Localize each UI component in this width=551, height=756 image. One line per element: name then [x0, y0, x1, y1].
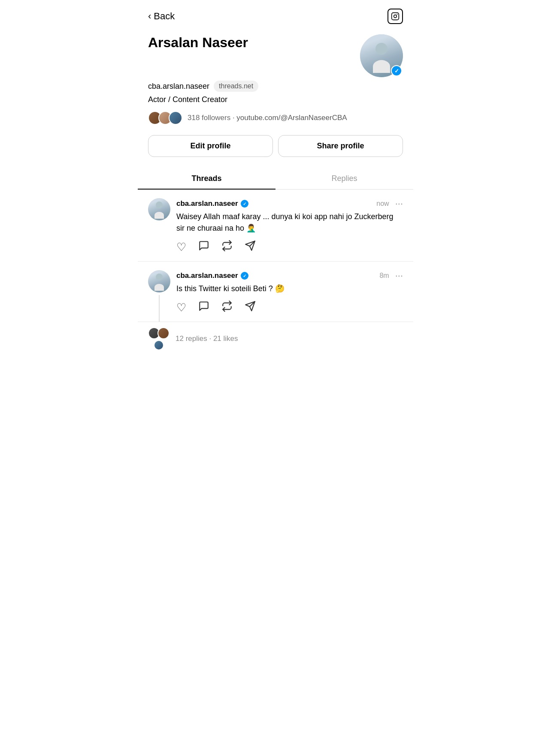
- post-content-1: cba.arslan.naseer ✓ now ··· Waisey Allah…: [176, 198, 403, 261]
- edit-profile-button[interactable]: Edit profile: [148, 135, 273, 157]
- chevron-left-icon: ‹: [148, 11, 151, 22]
- post-verified-check-2: ✓: [243, 274, 246, 278]
- thread-line-2: [159, 295, 160, 322]
- followers-count: 318 followers · youtube.com/@ArslanNasee…: [188, 114, 347, 122]
- post-more-button-2[interactable]: ···: [395, 270, 403, 281]
- thread-post-2: cba.arslan.naseer ✓ 8m ··· Is this Twitt…: [138, 262, 413, 322]
- post-more-button-1[interactable]: ···: [395, 198, 403, 209]
- reply-avatars-row-bottom: [154, 340, 164, 350]
- post-content-2: cba.arslan.naseer ✓ 8m ··· Is this Twitt…: [176, 270, 403, 322]
- post-username-row-2: cba.arslan.naseer ✓: [176, 271, 248, 280]
- send-icon-1[interactable]: [245, 240, 256, 254]
- verified-check-icon: ✓: [394, 68, 399, 74]
- post-meta-1: cba.arslan.naseer ✓ now ···: [176, 198, 403, 209]
- post-verified-badge-1: ✓: [241, 200, 248, 208]
- post-avatar-col-1: [148, 198, 170, 261]
- post-verified-check-1: ✓: [243, 202, 246, 206]
- svg-point-2: [397, 14, 398, 15]
- post-actions-2: ♡: [176, 301, 403, 322]
- youtube-link[interactable]: youtube.com/@ArslanNaseerCBA: [236, 114, 347, 122]
- repost-icon-1[interactable]: [221, 240, 233, 254]
- share-profile-button[interactable]: Share profile: [278, 135, 403, 157]
- followers-row: 318 followers · youtube.com/@ArslanNasee…: [148, 111, 403, 125]
- top-nav: ‹ Back: [138, 0, 413, 31]
- post-verified-badge-2: ✓: [241, 272, 248, 280]
- profile-name: Arsalan Naseer: [148, 34, 248, 51]
- send-icon-2[interactable]: [245, 301, 256, 315]
- profile-section: Arsalan Naseer ✓ cba.arslan.naseer threa…: [138, 31, 413, 159]
- post-avatar-2: [148, 270, 170, 292]
- thread-post-1: cba.arslan.naseer ✓ now ··· Waisey Allah…: [138, 190, 413, 262]
- post-avatar-1: [148, 198, 170, 220]
- post-header-2: cba.arslan.naseer ✓ 8m ··· Is this Twitt…: [148, 270, 403, 322]
- threads-badge: threads.net: [214, 81, 258, 92]
- profile-name-block: Arsalan Naseer: [148, 34, 248, 51]
- svg-rect-0: [392, 13, 399, 20]
- reply-avatars-stacked: [148, 327, 170, 350]
- post-time-2: 8m: [379, 272, 389, 280]
- replies-info: 12 replies · 21 likes: [138, 322, 413, 359]
- post-actions-1: ♡: [176, 240, 403, 261]
- reply-avatar-brown: [157, 327, 170, 339]
- comment-icon-1[interactable]: [198, 240, 209, 254]
- post-text-2: Is this Twitter ki soteili Beti ? 🤔: [176, 283, 403, 295]
- back-button[interactable]: ‹ Back: [148, 11, 175, 22]
- like-icon-1[interactable]: ♡: [176, 241, 186, 254]
- reply-avatars-row-top: [148, 327, 170, 339]
- tabs: Threads Replies: [138, 167, 413, 190]
- post-header-1: cba.arslan.naseer ✓ now ··· Waisey Allah…: [148, 198, 403, 261]
- avatar-container: ✓: [360, 34, 403, 77]
- post-meta-2: cba.arslan.naseer ✓ 8m ···: [176, 270, 403, 281]
- reply-avatar-blue: [154, 340, 164, 350]
- post-avatar-col-2: [148, 270, 170, 322]
- tab-replies[interactable]: Replies: [276, 167, 413, 189]
- post-text-1: Waisey Allah maaf karay ... dunya ki koi…: [176, 211, 403, 234]
- bio: Actor / Content Creator: [148, 95, 403, 104]
- follower-avatars: [148, 111, 182, 125]
- like-icon-2[interactable]: ♡: [176, 301, 186, 314]
- tab-threads[interactable]: Threads: [138, 167, 276, 189]
- post-username-2: cba.arslan.naseer: [176, 271, 238, 280]
- instagram-icon[interactable]: [388, 9, 403, 24]
- replies-summary: 12 replies · 21 likes: [176, 334, 238, 343]
- post-time-1: now: [376, 200, 389, 208]
- post-username-1: cba.arslan.naseer: [176, 199, 238, 208]
- username-row: cba.arslan.naseer threads.net: [148, 81, 403, 92]
- profile-header: Arsalan Naseer ✓: [148, 34, 403, 77]
- follower-avatar-3: [169, 111, 182, 125]
- action-buttons: Edit profile Share profile: [148, 135, 403, 159]
- post-username-row-1: cba.arslan.naseer ✓: [176, 199, 248, 208]
- comment-icon-2[interactable]: [198, 301, 209, 315]
- svg-point-1: [394, 15, 397, 18]
- back-label: Back: [154, 11, 175, 22]
- username: cba.arslan.naseer: [148, 82, 209, 91]
- repost-icon-2[interactable]: [221, 301, 233, 315]
- verified-badge: ✓: [391, 65, 402, 76]
